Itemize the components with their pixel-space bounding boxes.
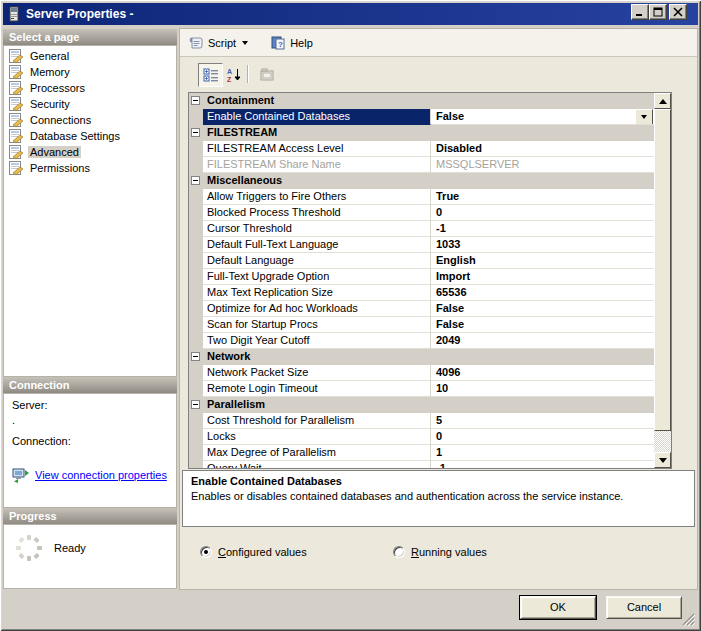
alphabetical-sort-button[interactable]: A Z: [221, 63, 246, 87]
help-button[interactable]: ? Help: [266, 32, 317, 53]
close-button[interactable]: [669, 4, 687, 20]
sidebar-item-label: Advanced: [28, 146, 81, 158]
scroll-down-button[interactable]: [654, 452, 671, 468]
scroll-up-icon: [659, 99, 667, 104]
sidebar-item-advanced[interactable]: Advanced: [4, 144, 176, 160]
page-form-icon: [8, 160, 24, 176]
collapse-icon[interactable]: [191, 96, 200, 105]
configured-values-option[interactable]: Configured values: [200, 546, 307, 558]
property-value: 65536: [431, 285, 654, 301]
grid-category-network[interactable]: Network: [189, 349, 654, 365]
script-dropdown-icon[interactable]: [242, 41, 248, 45]
property-value: Disabled: [431, 141, 654, 157]
grid-row-optimize-for-ad-hoc-workloads[interactable]: Optimize for Ad hoc WorkloadsFalse: [189, 301, 654, 317]
page-form-icon: [8, 128, 24, 144]
view-connection-properties-link[interactable]: View connection properties: [35, 469, 167, 481]
server-properties-dialog: Server Properties - Select a page Genera…: [0, 0, 701, 631]
svg-text:A: A: [227, 68, 232, 75]
grid-row-network-packet-size[interactable]: Network Packet Size4096: [189, 365, 654, 381]
row-indent: [189, 141, 203, 157]
grid-row-blocked-process-threshold[interactable]: Blocked Process Threshold0: [189, 205, 654, 221]
scroll-up-button[interactable]: [654, 93, 671, 109]
categorized-view-button[interactable]: [198, 63, 223, 87]
grid-scrollbar[interactable]: [654, 93, 671, 468]
row-indent: [189, 365, 203, 381]
grid-row-full-text-upgrade-option[interactable]: Full-Text Upgrade OptionImport: [189, 269, 654, 285]
categorized-grid-icon: [203, 67, 219, 83]
grid-category-miscellaneous[interactable]: Miscellaneous: [189, 173, 654, 189]
property-value-text: 1033: [436, 238, 460, 250]
progress-box: Ready: [3, 524, 177, 589]
property-value-text: 2049: [436, 334, 460, 346]
minimize-button[interactable]: [631, 4, 649, 20]
page-form-icon: [8, 64, 24, 80]
maximize-button[interactable]: [649, 4, 667, 20]
grid-category-filestream[interactable]: FILESTREAM: [189, 125, 654, 141]
running-values-option[interactable]: Running values: [393, 546, 487, 558]
running-values-label: Running values: [411, 546, 487, 558]
collapse-icon[interactable]: [191, 400, 200, 409]
property-value: English: [431, 253, 654, 269]
maximize-icon: [653, 7, 663, 17]
collapse-icon[interactable]: [191, 176, 200, 185]
row-indent: [189, 221, 203, 237]
sidebar-item-processors[interactable]: Processors: [4, 80, 176, 96]
help-button-label: Help: [290, 37, 313, 49]
property-name: Enable Contained Databases: [203, 109, 431, 125]
scrollbar-thumb[interactable]: [654, 109, 671, 431]
property-name: Allow Triggers to Fire Others: [203, 189, 431, 205]
running-values-radio[interactable]: [393, 546, 405, 558]
grid-row-two-digit-year-cutoff[interactable]: Two Digit Year Cutoff2049: [189, 333, 654, 349]
grid-category-containment[interactable]: Containment: [189, 93, 654, 109]
cancel-button[interactable]: Cancel: [606, 596, 682, 619]
sidebar-item-memory[interactable]: Memory: [4, 64, 176, 80]
grid-row-max-degree-of-parallelism[interactable]: Max Degree of Parallelism1: [189, 445, 654, 461]
property-name: Default Full-Text Language: [203, 237, 431, 253]
grid-row-default-language[interactable]: Default LanguageEnglish: [189, 253, 654, 269]
toolbar-separator: [247, 65, 248, 83]
sidebar-item-permissions[interactable]: Permissions: [4, 160, 176, 176]
property-name: Remote Login Timeout: [203, 381, 431, 397]
grid-row-allow-triggers-to-fire-others[interactable]: Allow Triggers to Fire OthersTrue: [189, 189, 654, 205]
property-value-text: 4096: [436, 366, 460, 378]
grid-row-remote-login-timeout[interactable]: Remote Login Timeout10: [189, 381, 654, 397]
resize-grip[interactable]: [682, 613, 695, 626]
chevron-down-icon: [641, 115, 647, 119]
property-pages-button[interactable]: [254, 63, 279, 87]
property-value-text: 0: [436, 430, 442, 442]
property-name: Optimize for Ad hoc Workloads: [203, 301, 431, 317]
category-indent: [189, 125, 203, 141]
grid-row-cursor-threshold[interactable]: Cursor Threshold-1: [189, 221, 654, 237]
grid-row-max-text-replication-size[interactable]: Max Text Replication Size65536: [189, 285, 654, 301]
property-value: False: [431, 301, 654, 317]
row-indent: [189, 317, 203, 333]
property-value: 10: [431, 381, 654, 397]
grid-row-enable-contained-databases[interactable]: Enable Contained DatabasesFalse: [189, 109, 654, 125]
grid-row-filestream-access-level[interactable]: FILESTREAM Access LevelDisabled: [189, 141, 654, 157]
configured-values-radio[interactable]: [200, 546, 212, 558]
ok-button[interactable]: OK: [520, 596, 596, 619]
grid-row-cost-threshold-for-parallelism[interactable]: Cost Threshold for Parallelism5: [189, 413, 654, 429]
value-dropdown-button[interactable]: [635, 109, 653, 125]
spinner-ring-icon: [14, 533, 44, 563]
grid-row-filestream-share-name[interactable]: FILESTREAM Share NameMSSQLSERVER: [189, 157, 654, 173]
grid-row-scan-for-startup-procs[interactable]: Scan for Startup ProcsFalse: [189, 317, 654, 333]
computer-network-icon: [12, 467, 30, 483]
property-value: 0: [431, 429, 654, 445]
grid-row-locks[interactable]: Locks0: [189, 429, 654, 445]
grid-category-parallelism[interactable]: Parallelism: [189, 397, 654, 413]
property-name: Default Language: [203, 253, 431, 269]
grid-row-query-wait[interactable]: Query Wait-1: [189, 461, 654, 468]
collapse-icon[interactable]: [191, 128, 200, 137]
sidebar-item-general[interactable]: General: [4, 48, 176, 64]
sidebar-item-security[interactable]: Security: [4, 96, 176, 112]
sidebar-item-connections[interactable]: Connections: [4, 112, 176, 128]
grid-row-default-full-text-language[interactable]: Default Full-Text Language1033: [189, 237, 654, 253]
property-value-text: MSSQLSERVER: [436, 158, 520, 170]
property-grid-rows: ContainmentEnable Contained DatabasesFal…: [189, 93, 654, 468]
category-label: Miscellaneous: [203, 173, 282, 189]
category-indent: [189, 93, 203, 109]
collapse-icon[interactable]: [191, 352, 200, 361]
sidebar-item-database-settings[interactable]: Database Settings: [4, 128, 176, 144]
script-button[interactable]: Script: [184, 32, 252, 53]
